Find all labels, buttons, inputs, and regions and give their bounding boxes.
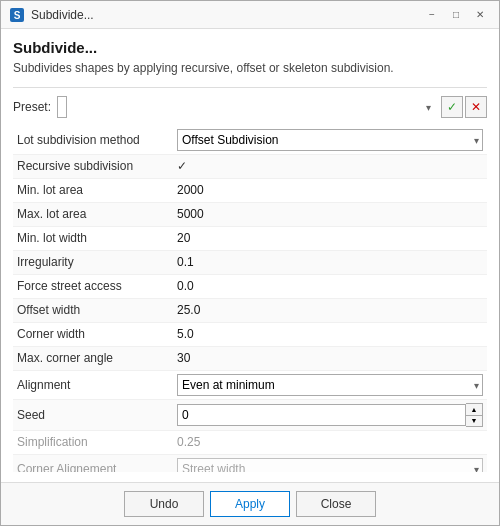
preset-row: Preset: ✓ ✕ bbox=[13, 96, 487, 118]
param-value: 20 bbox=[173, 228, 487, 248]
param-name: Offset width bbox=[13, 300, 173, 320]
spinner-input-11[interactable] bbox=[177, 404, 466, 426]
title-bar: S Subdivide... − □ ✕ bbox=[1, 1, 499, 29]
param-name: Max. lot area bbox=[13, 204, 173, 224]
param-name: Seed bbox=[13, 405, 173, 425]
table-row: Irregularity0.1 bbox=[13, 251, 487, 275]
preset-actions: ✓ ✕ bbox=[441, 96, 487, 118]
param-select-0[interactable]: Offset Subdivision bbox=[177, 129, 483, 151]
close-window-button[interactable]: ✕ bbox=[469, 6, 491, 24]
spinner-wrapper: ▲▼ bbox=[177, 403, 483, 427]
minimize-button[interactable]: − bbox=[421, 6, 443, 24]
table-row: Corner width5.0 bbox=[13, 323, 487, 347]
maximize-button[interactable]: □ bbox=[445, 6, 467, 24]
title-bar-controls: − □ ✕ bbox=[421, 6, 491, 24]
params-table: Lot subdivision methodOffset Subdivision… bbox=[13, 126, 487, 472]
table-row: Min. lot width20 bbox=[13, 227, 487, 251]
dialog-description: Subdivides shapes by applying recursive,… bbox=[13, 60, 487, 77]
table-row: Offset width25.0 bbox=[13, 299, 487, 323]
preset-select-wrapper bbox=[57, 96, 435, 118]
param-name: Simplification bbox=[13, 432, 173, 452]
param-name: Alignment bbox=[13, 375, 173, 395]
select-wrapper: Street width bbox=[177, 458, 483, 472]
table-row: Max. corner angle30 bbox=[13, 347, 487, 371]
param-value: 0.25 bbox=[173, 432, 487, 452]
param-name: Corner Alignement bbox=[13, 459, 173, 472]
dialog-content: Subdivide... Subdivides shapes by applyi… bbox=[1, 29, 499, 482]
param-name: Lot subdivision method bbox=[13, 130, 173, 150]
param-value: 30 bbox=[173, 348, 487, 368]
param-value: Street width bbox=[173, 455, 487, 472]
main-window: S Subdivide... − □ ✕ Subdivide... Subdiv… bbox=[0, 0, 500, 526]
param-select-10[interactable]: Even at minimum bbox=[177, 374, 483, 396]
table-row: Simplification0.25 bbox=[13, 431, 487, 455]
table-row: Seed▲▼ bbox=[13, 400, 487, 431]
param-value: 5.0 bbox=[173, 324, 487, 344]
preset-save-button[interactable]: ✓ bbox=[441, 96, 463, 118]
apply-button[interactable]: Apply bbox=[210, 491, 290, 517]
param-name: Min. lot area bbox=[13, 180, 173, 200]
table-row: AlignmentEven at minimum bbox=[13, 371, 487, 400]
undo-button[interactable]: Undo bbox=[124, 491, 204, 517]
close-button[interactable]: Close bbox=[296, 491, 376, 517]
param-value: ✓ bbox=[173, 156, 487, 176]
preset-delete-button[interactable]: ✕ bbox=[465, 96, 487, 118]
param-name: Corner width bbox=[13, 324, 173, 344]
table-row: Recursive subdivision✓ bbox=[13, 155, 487, 179]
param-value: ▲▼ bbox=[173, 400, 487, 430]
app-icon: S bbox=[9, 7, 25, 23]
window-title: Subdivide... bbox=[31, 8, 94, 22]
dialog-title: Subdivide... bbox=[13, 39, 487, 56]
title-bar-left: S Subdivide... bbox=[9, 7, 94, 23]
param-value: 0.1 bbox=[173, 252, 487, 272]
param-value: Even at minimum bbox=[173, 371, 487, 399]
table-row: Min. lot area2000 bbox=[13, 179, 487, 203]
param-value: 2000 bbox=[173, 180, 487, 200]
svg-text:S: S bbox=[14, 10, 21, 21]
param-select-13: Street width bbox=[177, 458, 483, 472]
spinner-up-button-11[interactable]: ▲ bbox=[466, 404, 482, 415]
preset-select[interactable] bbox=[57, 96, 67, 118]
param-value: 25.0 bbox=[173, 300, 487, 320]
divider bbox=[13, 87, 487, 88]
footer: Undo Apply Close bbox=[1, 482, 499, 525]
select-wrapper: Offset Subdivision bbox=[177, 129, 483, 151]
spinner-down-button-11[interactable]: ▼ bbox=[466, 415, 482, 426]
table-row: Lot subdivision methodOffset Subdivision bbox=[13, 126, 487, 155]
table-row: Max. lot area5000 bbox=[13, 203, 487, 227]
param-name: Irregularity bbox=[13, 252, 173, 272]
param-name: Max. corner angle bbox=[13, 348, 173, 368]
param-name: Recursive subdivision bbox=[13, 156, 173, 176]
table-row: Force street access0.0 bbox=[13, 275, 487, 299]
select-wrapper: Even at minimum bbox=[177, 374, 483, 396]
preset-label: Preset: bbox=[13, 100, 51, 114]
table-row: Corner AlignementStreet width bbox=[13, 455, 487, 472]
checkbox-checkmark: ✓ bbox=[177, 159, 187, 173]
param-name: Force street access bbox=[13, 276, 173, 296]
param-value: 0.0 bbox=[173, 276, 487, 296]
param-name: Min. lot width bbox=[13, 228, 173, 248]
spinner-buttons: ▲▼ bbox=[466, 403, 483, 427]
param-value: Offset Subdivision bbox=[173, 126, 487, 154]
param-value: 5000 bbox=[173, 204, 487, 224]
